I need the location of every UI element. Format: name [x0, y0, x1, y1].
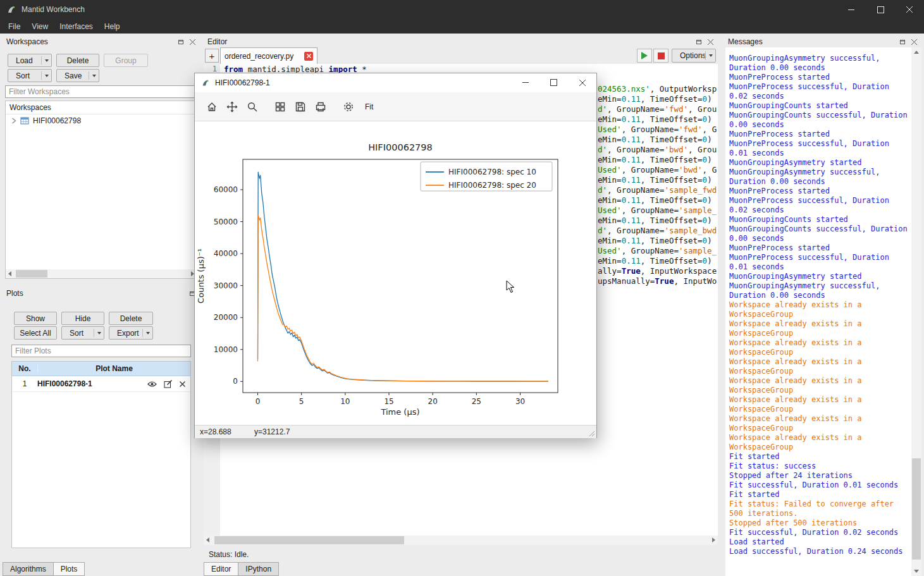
delete-plot-button[interactable]: Delete [109, 312, 153, 325]
center-dock-tabs: Editor IPython [204, 562, 278, 576]
code-line: eMin=0.11, TimeOffset=0) # [598, 155, 717, 165]
column-header-plot-name[interactable]: Plot Name [38, 364, 190, 373]
close-button[interactable] [895, 0, 924, 19]
menu-view[interactable]: View [26, 20, 54, 33]
resize-grip[interactable] [588, 430, 595, 437]
minimize-button[interactable] [511, 73, 539, 92]
scrollbar-thumb[interactable] [16, 270, 47, 278]
code-line: ally=True, InputWorkspace= [598, 266, 717, 276]
code-line: eMin=0.11, TimeOffset=0) # [598, 114, 717, 125]
log-line: Workspace already exists in a WorkspaceG… [729, 300, 910, 319]
menu-interfaces[interactable]: Interfaces [54, 20, 99, 33]
log-line: MuonPreProcess started [729, 187, 910, 196]
close-dock-button[interactable] [187, 37, 197, 46]
close-plot-icon[interactable] [180, 381, 185, 387]
chart-title: HIFI00062798 [368, 142, 433, 152]
pan-button[interactable] [223, 97, 242, 116]
code-line: eMin=0.11, TimeOffset=0) # [598, 195, 717, 205]
hide-plot-button[interactable]: Hide [61, 312, 104, 325]
log-line: MuonPreProcess successful, Duration 0.01… [729, 253, 910, 272]
log-line: MuonPreProcess started [729, 73, 910, 82]
select-all-button[interactable]: Select All [14, 326, 57, 340]
plot-window-titlebar[interactable]: HIFI00062798-1 [195, 73, 596, 93]
load-button[interactable]: Load [8, 54, 52, 67]
scroll-left-icon[interactable] [8, 271, 11, 276]
save-button[interactable]: Save [56, 69, 99, 82]
close-dock-button[interactable] [705, 37, 715, 46]
maximize-button[interactable] [866, 0, 895, 19]
plots-table-header: No. Plot Name [12, 362, 190, 376]
svg-text:5: 5 [299, 397, 304, 406]
workspace-tree-item[interactable]: HIFI00062798 [6, 114, 197, 127]
column-header-no[interactable]: No. [12, 364, 38, 373]
expand-chevron-icon[interactable] [11, 118, 16, 124]
scroll-up-icon[interactable] [914, 51, 919, 54]
plot-list-row[interactable]: 1 HIFI00062798-1 [12, 376, 190, 392]
close-tab-button[interactable] [304, 52, 313, 61]
menu-help[interactable]: Help [99, 20, 126, 33]
float-dock-button[interactable] [694, 37, 704, 46]
play-icon [641, 52, 648, 59]
show-plot-button[interactable]: Show [14, 312, 57, 325]
chart[interactable]: 0510152025300100002000030000400005000060… [195, 121, 596, 425]
close-icon [911, 39, 917, 45]
edit-plot-icon[interactable] [164, 379, 173, 388]
tab-plots[interactable]: Plots [53, 562, 85, 576]
workspaces-horizontal-scrollbar[interactable] [6, 269, 197, 278]
code-line: Used', GroupName='bwd', Gro [598, 165, 717, 175]
print-button[interactable] [311, 97, 330, 116]
workspaces-tree[interactable]: Workspaces HIFI00062798 [5, 101, 197, 279]
scroll-left-icon[interactable] [206, 537, 209, 542]
close-icon [307, 54, 311, 58]
close-dock-button[interactable] [909, 37, 919, 46]
scroll-down-icon[interactable] [914, 570, 919, 573]
sort-plots-button[interactable]: Sort [61, 326, 104, 340]
maximize-button[interactable] [539, 73, 568, 92]
plot-window-title: HIFI00062798-1 [215, 78, 270, 87]
run-script-button[interactable] [637, 49, 652, 63]
tab-ordered-recovery[interactable]: ordered_recovery.py [220, 47, 317, 64]
plot-canvas[interactable]: 0510152025300100002000030000400005000060… [195, 121, 596, 425]
tab-algorithms[interactable]: Algorithms [3, 562, 54, 576]
workspaces-panel: Workspaces Load Delete Group Sort Save W… [3, 36, 200, 284]
scrollbar-thumb[interactable] [912, 458, 921, 560]
plots-panel-title: Plots [5, 289, 186, 298]
messages-vertical-scrollbar[interactable] [911, 47, 921, 576]
workspaces-filter-input[interactable] [5, 85, 197, 98]
code-line: Used', GroupName='sample_bw [598, 246, 717, 256]
zoom-button[interactable] [243, 97, 262, 116]
subplots-config-button[interactable] [271, 97, 290, 116]
fit-toggle-button[interactable]: Fit [359, 100, 379, 114]
close-button[interactable] [568, 73, 596, 92]
export-plots-button[interactable]: Export [109, 326, 153, 340]
minimize-button[interactable] [837, 0, 866, 19]
log-line: Load started [729, 537, 910, 547]
mouse-cursor [506, 280, 515, 293]
sort-button[interactable]: Sort [8, 69, 52, 82]
visibility-eye-icon[interactable] [147, 381, 157, 388]
float-dock-icon [899, 38, 906, 46]
plots-filter-input[interactable] [11, 345, 191, 357]
code-line: d', GroupName='sample_bwd', [598, 226, 717, 236]
save-figure-button[interactable] [291, 97, 310, 116]
editor-horizontal-scrollbar[interactable] [204, 536, 718, 545]
message-log[interactable]: MuonGroupingAsymmetry successful, Durati… [725, 47, 911, 576]
tab-ipython[interactable]: IPython [238, 562, 279, 576]
figure-options-button[interactable] [339, 97, 358, 116]
tab-editor[interactable]: Editor [204, 562, 238, 576]
new-tab-button[interactable]: + [205, 49, 219, 63]
log-line: MuonGroupingCounts started [729, 215, 910, 224]
code-clipped-lines: 024563.nxs', OutputWorkspaceMin=0.11, Ti… [598, 84, 717, 286]
menu-file[interactable]: File [3, 20, 26, 33]
plot-number: 1 [12, 379, 37, 388]
scroll-right-icon[interactable] [712, 537, 715, 542]
delete-button[interactable]: Delete [56, 54, 99, 67]
float-dock-button[interactable] [176, 37, 186, 46]
log-line: MuonGroupingCounts successful, Duration … [729, 111, 910, 130]
abort-script-button[interactable] [653, 49, 668, 63]
float-dock-button[interactable] [897, 37, 908, 46]
scrollbar-thumb[interactable] [214, 536, 404, 544]
home-button[interactable] [202, 97, 221, 116]
log-line: Fit successful, Duration 0.01 seconds [729, 481, 910, 490]
options-button[interactable]: Options [672, 49, 716, 63]
